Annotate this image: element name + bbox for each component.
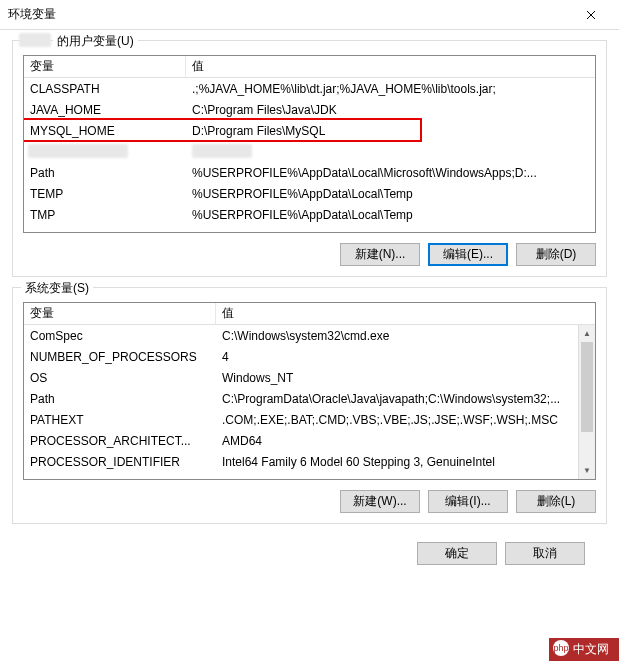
user-edit-button[interactable]: 编辑(E)... — [428, 243, 508, 266]
user-new-button[interactable]: 新建(N)... — [340, 243, 420, 266]
table-row[interactable]: MYSQL_HOMED:\Program Files\MySQL — [24, 120, 595, 141]
system-table-body: ComSpecC:\Windows\system32\cmd.exe NUMBE… — [24, 325, 595, 479]
user-variables-group: 的用户变量(U) 变量 值 CLASSPATH.;%JAVA_HOME%\lib… — [12, 40, 607, 277]
header-variable[interactable]: 变量 — [24, 56, 186, 77]
header-value[interactable]: 值 — [186, 56, 595, 77]
scroll-thumb[interactable] — [581, 342, 593, 432]
user-table-body: CLASSPATH.;%JAVA_HOME%\lib\dt.jar;%JAVA_… — [24, 78, 595, 232]
blurred-row — [192, 144, 252, 158]
system-new-button[interactable]: 新建(W)... — [340, 490, 420, 513]
system-edit-button[interactable]: 编辑(I)... — [428, 490, 508, 513]
table-header[interactable]: 变量 值 — [24, 303, 595, 325]
user-button-row: 新建(N)... 编辑(E)... 删除(D) — [23, 243, 596, 266]
header-variable[interactable]: 变量 — [24, 303, 216, 324]
site-logo: 中文网 — [549, 638, 619, 661]
user-variables-table[interactable]: 变量 值 CLASSPATH.;%JAVA_HOME%\lib\dt.jar;%… — [23, 55, 596, 233]
table-header[interactable]: 变量 值 — [24, 56, 595, 78]
scroll-down-icon[interactable]: ▼ — [579, 462, 595, 479]
table-row[interactable] — [24, 141, 595, 162]
user-group-label: 的用户变量(U) — [53, 33, 138, 50]
close-icon — [586, 10, 596, 20]
user-delete-button[interactable]: 删除(D) — [516, 243, 596, 266]
table-row[interactable]: ComSpecC:\Windows\system32\cmd.exe — [24, 325, 578, 346]
table-row[interactable]: TMP%USERPROFILE%\AppData\Local\Temp — [24, 204, 595, 225]
titlebar: 环境变量 — [0, 0, 619, 30]
table-row[interactable]: NUMBER_OF_PROCESSORS4 — [24, 346, 578, 367]
table-row[interactable]: CLASSPATH.;%JAVA_HOME%\lib\dt.jar;%JAVA_… — [24, 78, 595, 99]
close-button[interactable] — [571, 1, 611, 29]
dialog-footer: 确定 取消 — [12, 534, 607, 573]
scrollbar[interactable]: ▲ ▼ — [578, 325, 595, 479]
system-variables-table[interactable]: 变量 值 ComSpecC:\Windows\system32\cmd.exe … — [23, 302, 596, 480]
table-row[interactable]: TEMP%USERPROFILE%\AppData\Local\Temp — [24, 183, 595, 204]
table-row[interactable]: JAVA_HOMEC:\Program Files\Java\JDK — [24, 99, 595, 120]
table-row[interactable]: PROCESSOR_IDENTIFIERIntel64 Family 6 Mod… — [24, 451, 578, 472]
dialog-content: 的用户变量(U) 变量 值 CLASSPATH.;%JAVA_HOME%\lib… — [0, 30, 619, 581]
table-row[interactable]: Path%USERPROFILE%\AppData\Local\Microsof… — [24, 162, 595, 183]
scroll-up-icon[interactable]: ▲ — [579, 325, 595, 342]
table-row[interactable]: PROCESSOR_ARCHITECT...AMD64 — [24, 430, 578, 451]
table-row[interactable]: PATHEXT.COM;.EXE;.BAT;.CMD;.VBS;.VBE;.JS… — [24, 409, 578, 430]
blurred-row — [28, 144, 128, 158]
system-button-row: 新建(W)... 编辑(I)... 删除(L) — [23, 490, 596, 513]
ok-button[interactable]: 确定 — [417, 542, 497, 565]
blurred-username — [19, 33, 51, 47]
table-row[interactable]: PathC:\ProgramData\Oracle\Java\javapath;… — [24, 388, 578, 409]
window-title: 环境变量 — [8, 6, 56, 23]
table-row[interactable]: OSWindows_NT — [24, 367, 578, 388]
system-group-label: 系统变量(S) — [21, 280, 93, 297]
header-value[interactable]: 值 — [216, 303, 595, 324]
system-delete-button[interactable]: 删除(L) — [516, 490, 596, 513]
cancel-button[interactable]: 取消 — [505, 542, 585, 565]
system-variables-group: 系统变量(S) 变量 值 ComSpecC:\Windows\system32\… — [12, 287, 607, 524]
